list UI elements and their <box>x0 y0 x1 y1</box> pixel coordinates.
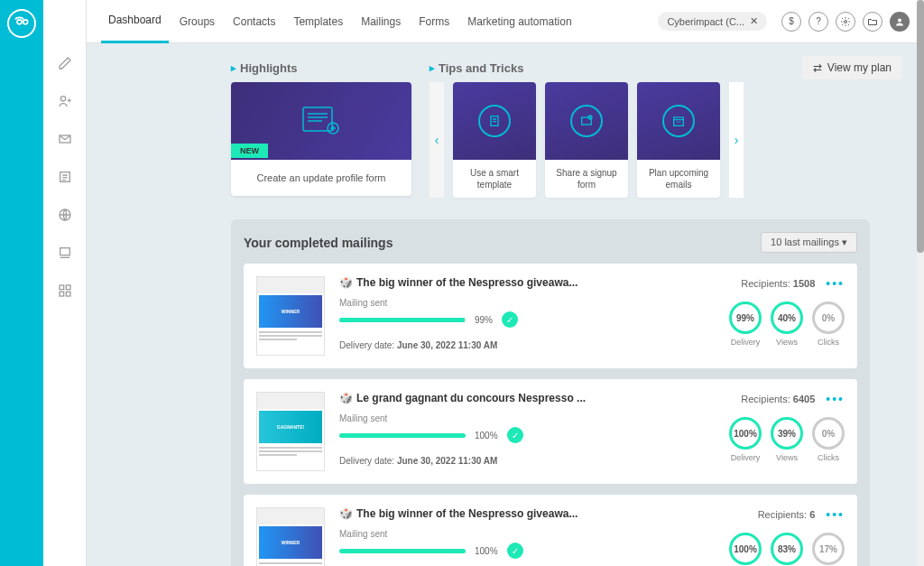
metric-gauge: 0% Clicks <box>812 417 845 462</box>
mailing-thumbnail[interactable]: WINNER <box>256 507 325 566</box>
nav-groups[interactable]: Groups <box>172 0 222 43</box>
close-icon[interactable]: ✕ <box>750 15 758 27</box>
gauge-value: 99% <box>729 302 762 334</box>
account-selector[interactable]: Cyberimpact (C... ✕ <box>658 12 767 31</box>
delivery-date: Delivery date: June 30, 2022 11:30 AM <box>339 340 715 350</box>
gauge-value: 100% <box>729 533 762 565</box>
chevron-down-icon: ▾ <box>842 237 847 247</box>
svg-point-0 <box>17 20 22 24</box>
more-actions-icon[interactable]: ••• <box>826 507 845 522</box>
nav-dashboard[interactable]: Dashboard <box>101 0 169 43</box>
highlight-card[interactable]: NEW Create an update profile form <box>231 82 411 196</box>
mailing-title[interactable]: 🎲The big winner of the Nespresso giveawa… <box>339 507 715 520</box>
progress-percent: 100% <box>475 431 498 441</box>
tip-label: Use a smart template <box>453 160 536 198</box>
tips-prev-arrow[interactable]: ‹ <box>430 82 444 198</box>
mailing-status: Mailing sent <box>339 529 715 539</box>
quick-actions-sidebar <box>43 0 87 566</box>
mailings-filter-dropdown[interactable]: 10 last mailings ▾ <box>761 232 857 253</box>
calendar-icon <box>662 105 695 137</box>
template-icon[interactable] <box>56 168 74 186</box>
tip-card[interactable]: Share a signup form <box>545 82 628 198</box>
mailing-status: Mailing sent <box>339 413 715 423</box>
check-icon: ✓ <box>507 427 523 443</box>
form-icon[interactable] <box>56 244 74 262</box>
svg-rect-10 <box>66 292 70 296</box>
highlights-title: Highlights <box>231 61 411 75</box>
gauge-value: 0% <box>812 417 845 450</box>
check-icon: ✓ <box>502 311 518 328</box>
mailing-status: Mailing sent <box>339 298 715 308</box>
svg-rect-8 <box>66 285 70 290</box>
swap-icon: ⇄ <box>813 61 822 74</box>
gauge-value: 100% <box>729 417 762 450</box>
folder-icon[interactable] <box>863 12 882 32</box>
tip-card[interactable]: Plan upcoming emails <box>637 82 720 198</box>
metric-gauge: 40% Views <box>771 302 803 347</box>
highlight-label: Create an update profile form <box>231 160 411 196</box>
gauge-value: 39% <box>771 417 803 450</box>
tips-title: Tips and Tricks <box>430 61 744 75</box>
dice-icon: 🎲 <box>339 276 353 289</box>
dashboard-icon[interactable] <box>56 282 74 300</box>
mailing-title[interactable]: 🎲The big winner of the Nespresso giveawa… <box>339 276 715 289</box>
brand-logo[interactable] <box>7 9 36 38</box>
nav-templates[interactable]: Templates <box>286 0 350 43</box>
metric-gauge: 100% Delivery <box>729 417 762 462</box>
new-badge: NEW <box>231 144 268 158</box>
recipients-count: Recipients: 1508 <box>741 278 815 289</box>
gear-icon[interactable] <box>836 12 855 32</box>
metric-gauge: 39% Views <box>771 417 803 462</box>
metric-gauge: 83% Views <box>771 533 803 566</box>
mailing-thumbnail[interactable]: GAGNANTE! <box>256 392 325 471</box>
mail-icon[interactable] <box>56 130 74 148</box>
mailing-title[interactable]: 🎲Le grand gagnant du concours Nespresso … <box>339 392 715 404</box>
recipients-count: Recipients: 6 <box>758 509 816 520</box>
svg-rect-9 <box>60 292 64 296</box>
metric-gauge: 100% Delivery <box>729 533 762 566</box>
gauge-label: Delivery <box>731 338 761 347</box>
progress-percent: 99% <box>475 315 493 325</box>
nav-forms[interactable]: Forms <box>411 0 457 43</box>
user-icon[interactable] <box>890 12 910 32</box>
tips-section: Tips and Tricks ‹ Use a smart template S… <box>430 61 744 198</box>
globe-icon[interactable] <box>56 206 74 224</box>
more-actions-icon[interactable]: ••• <box>826 276 845 291</box>
progress-percent: 100% <box>475 546 498 556</box>
more-actions-icon[interactable]: ••• <box>826 392 845 406</box>
dollar-icon[interactable]: $ <box>781 12 801 32</box>
metric-gauge: 17% Clicks <box>812 533 845 566</box>
svg-rect-18 <box>674 117 684 125</box>
mailing-card: GAGNANTE! 🎲Le grand gagnant du concours … <box>244 379 857 484</box>
dice-icon: 🎲 <box>339 392 353 404</box>
progress-bar <box>339 549 466 553</box>
metric-gauge: 0% Clicks <box>812 302 845 347</box>
brand-bar <box>0 0 43 566</box>
check-icon: ✓ <box>507 543 523 559</box>
edit-icon[interactable] <box>56 54 74 72</box>
mailing-card: WINNER 🎲The big winner of the Nespresso … <box>244 495 857 566</box>
gauge-value: 40% <box>771 302 803 334</box>
gauge-value: 17% <box>812 533 845 565</box>
document-icon <box>478 105 511 137</box>
svg-point-11 <box>845 20 847 23</box>
gauge-label: Views <box>776 338 798 347</box>
nav-contacts[interactable]: Contacts <box>226 0 282 43</box>
delivery-date: Delivery date: June 30, 2022 11:30 AM <box>339 456 715 466</box>
mailing-thumbnail[interactable]: WINNER <box>256 276 325 356</box>
help-icon[interactable]: ? <box>808 12 828 32</box>
nav-automation[interactable]: Marketing automation <box>460 0 578 43</box>
progress-bar <box>339 318 466 322</box>
tips-next-arrow[interactable]: › <box>729 82 744 198</box>
recipients-count: Recipients: 6405 <box>741 394 815 404</box>
account-label: Cyberimpact (C... <box>667 16 744 27</box>
page-scrollbar[interactable] <box>917 0 924 566</box>
view-plan-button[interactable]: ⇄ View my plan <box>802 56 902 79</box>
nav-mailings[interactable]: Mailings <box>354 0 408 43</box>
svg-point-1 <box>23 20 28 24</box>
add-contact-icon[interactable] <box>56 92 74 110</box>
tip-card[interactable]: Use a smart template <box>453 82 536 198</box>
highlights-section: Highlights NEW Create an update profile … <box>231 61 411 198</box>
svg-rect-16 <box>582 117 592 125</box>
dice-icon: 🎲 <box>339 507 353 520</box>
